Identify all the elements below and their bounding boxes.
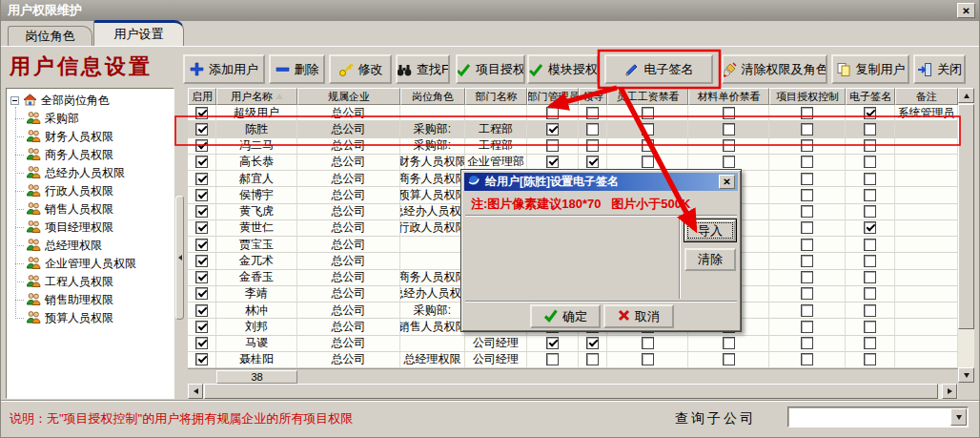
esign-checkbox[interactable]	[864, 321, 876, 333]
proj-auth-checkbox[interactable]	[801, 287, 813, 300]
proj-button[interactable]: 项目授权	[456, 54, 525, 84]
esign-checkbox[interactable]	[864, 189, 876, 201]
leader-checkbox[interactable]	[586, 156, 599, 168]
vertical-scroll-thumb[interactable]	[958, 104, 974, 329]
esign-checkbox[interactable]	[864, 353, 876, 365]
column-header[interactable]: 部门管理员	[527, 88, 579, 105]
price-hide-checkbox[interactable]	[723, 337, 735, 349]
esign-checkbox[interactable]	[864, 123, 876, 136]
enabled-checkbox[interactable]	[195, 189, 208, 201]
enabled-checkbox[interactable]	[195, 321, 208, 333]
tree-item[interactable]: 项目经理权限	[7, 219, 174, 237]
tree-root-item[interactable]: 全部岗位角色	[7, 89, 174, 110]
column-header[interactable]: 员工工资禁看	[607, 88, 688, 105]
del-button[interactable]: 删除	[269, 54, 325, 84]
table-row[interactable]: 聂桂阳总公司总经理权限公司经理	[188, 352, 958, 368]
modauth-button[interactable]: 模块授权	[527, 54, 599, 84]
proj-auth-checkbox[interactable]	[801, 156, 813, 168]
vertical-scrollbar[interactable]	[958, 88, 974, 383]
column-header[interactable]: 启用	[188, 88, 216, 105]
proj-auth-checkbox[interactable]	[801, 205, 813, 218]
price-hide-checkbox[interactable]	[723, 156, 735, 168]
tree-item[interactable]: 总经理权限	[7, 237, 174, 255]
column-header[interactable]: 规属企业	[297, 88, 400, 105]
proj-auth-checkbox[interactable]	[801, 304, 813, 317]
esign-dialog-titlebar[interactable]: 给用户[陈胜]设置电子签名 ✕	[464, 173, 738, 191]
proj-auth-checkbox[interactable]	[801, 255, 813, 267]
proj-auth-checkbox[interactable]	[801, 239, 813, 251]
dept-admin-checkbox[interactable]	[546, 107, 559, 119]
ok-button[interactable]: 确定	[530, 304, 601, 328]
proj-auth-checkbox[interactable]	[801, 337, 813, 349]
table-row[interactable]: 冯二马总公司采购部:工程部	[188, 138, 958, 155]
tree-item[interactable]: 销售助理权限	[7, 291, 174, 309]
clear-button[interactable]: 清除	[684, 248, 736, 271]
column-header[interactable]: 岗位角色	[400, 88, 465, 105]
enabled-checkbox[interactable]	[195, 271, 208, 283]
column-header[interactable]: 备注	[895, 88, 958, 105]
tree-item[interactable]: 工程人员权限	[7, 273, 174, 291]
tab-user-settings[interactable]: 用户设置	[93, 20, 184, 46]
tree-item[interactable]: 财务人员权限	[7, 128, 174, 146]
enabled-checkbox[interactable]	[195, 353, 208, 365]
chevron-down-icon[interactable]	[950, 408, 967, 426]
scroll-left-button[interactable]	[188, 384, 203, 399]
window-close-button[interactable]: ✕	[957, 3, 975, 18]
scroll-down-button[interactable]	[958, 367, 974, 383]
salary-hide-checkbox[interactable]	[642, 156, 654, 168]
enabled-checkbox[interactable]	[195, 205, 208, 218]
find-button[interactable]: 查找F	[396, 54, 450, 84]
price-hide-checkbox[interactable]	[723, 353, 735, 365]
esign-dialog-close-button[interactable]: ✕	[719, 175, 735, 189]
esign-checkbox[interactable]	[864, 271, 876, 283]
price-hide-checkbox[interactable]	[723, 139, 735, 152]
column-header[interactable]: 材料单价禁看	[688, 88, 769, 105]
query-subcompany-combobox[interactable]	[787, 407, 969, 428]
enabled-checkbox[interactable]	[195, 173, 208, 185]
dept-admin-checkbox[interactable]	[546, 123, 559, 136]
proj-auth-checkbox[interactable]	[801, 353, 813, 365]
proj-auth-checkbox[interactable]	[801, 139, 813, 152]
esign-checkbox[interactable]	[864, 239, 876, 251]
leader-checkbox[interactable]	[586, 353, 599, 365]
tree-item[interactable]: 预算人员权限	[7, 309, 174, 327]
esign-checkbox[interactable]	[864, 156, 876, 168]
horizontal-scroll-thumb[interactable]	[204, 384, 938, 399]
column-header[interactable]: 领导	[579, 88, 607, 105]
dept-admin-checkbox[interactable]	[546, 156, 559, 168]
salary-hide-checkbox[interactable]	[642, 107, 654, 119]
table-row[interactable]: 陈胜总公司采购部:工程部	[188, 121, 958, 137]
esign-checkbox[interactable]	[864, 107, 876, 119]
esign-checkbox[interactable]	[864, 287, 876, 300]
table-row[interactable]: 超级用户总公司系统管理员	[188, 105, 958, 121]
table-row[interactable]: 马谡总公司公司经理	[188, 336, 958, 352]
enabled-checkbox[interactable]	[195, 239, 208, 251]
column-header[interactable]: 部门名称	[465, 88, 527, 105]
enabled-checkbox[interactable]	[195, 107, 208, 119]
esign-checkbox[interactable]	[864, 173, 876, 185]
column-header[interactable]: 电子签名	[846, 88, 895, 105]
horizontal-scrollbar[interactable]	[188, 384, 958, 399]
enabled-checkbox[interactable]	[195, 337, 208, 349]
leader-checkbox[interactable]	[586, 337, 599, 349]
price-hide-checkbox[interactable]	[723, 123, 735, 136]
proj-auth-checkbox[interactable]	[801, 221, 813, 234]
esign-checkbox[interactable]	[864, 255, 876, 267]
clearperm-button[interactable]: 清除权限及角色	[722, 54, 827, 84]
column-header[interactable]: 用户名称	[216, 88, 297, 105]
column-header[interactable]: 项目授权控制	[769, 88, 846, 105]
proj-auth-checkbox[interactable]	[801, 123, 813, 136]
window-titlebar[interactable]: 用户权限维护	[1, 0, 979, 21]
enabled-checkbox[interactable]	[195, 221, 208, 234]
salary-hide-checkbox[interactable]	[642, 353, 654, 365]
tab-post-roles[interactable]: 岗位角色	[8, 26, 92, 46]
esign-checkbox[interactable]	[864, 337, 876, 349]
tree-item[interactable]: 商务人员权限	[7, 146, 174, 164]
esign-checkbox[interactable]	[864, 139, 876, 152]
enabled-checkbox[interactable]	[195, 287, 208, 300]
tree-item[interactable]: 企业管理人员权限	[7, 255, 174, 273]
proj-auth-checkbox[interactable]	[801, 271, 813, 283]
proj-auth-checkbox[interactable]	[801, 107, 813, 119]
tree-item[interactable]: 总经办人员权限	[7, 164, 174, 182]
salary-hide-checkbox[interactable]	[642, 139, 654, 152]
